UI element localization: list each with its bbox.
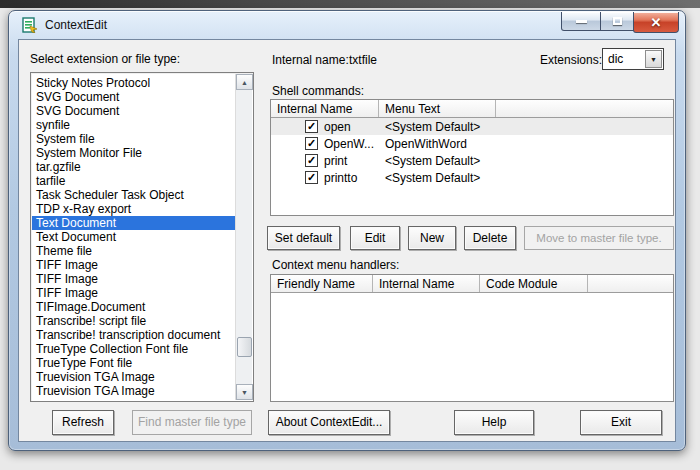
list-item[interactable]: TIFF Image <box>32 258 235 272</box>
column-header[interactable]: Friendly Name <box>271 275 373 292</box>
edit-button[interactable]: Edit <box>350 226 400 250</box>
help-button[interactable]: Help <box>454 410 534 435</box>
list-item[interactable]: synfile <box>32 118 235 132</box>
close-button[interactable]: ✕ <box>633 12 679 33</box>
set-default-button[interactable]: Set default <box>267 226 340 250</box>
checkbox[interactable]: ✓ <box>305 154 318 167</box>
command-menu-text: <System Default> <box>385 154 480 168</box>
column-header[interactable]: Internal Name <box>271 100 379 117</box>
command-internal-name: printto <box>324 171 380 185</box>
listbox-scrollbar[interactable]: ▲ ▼ <box>235 74 252 400</box>
list-item[interactable]: Text Document <box>32 216 235 230</box>
list-item[interactable]: TrueType Font file <box>32 356 235 370</box>
delete-button[interactable]: Delete <box>464 226 516 250</box>
list-item[interactable]: TIFF Image <box>32 286 235 300</box>
list-item[interactable]: System file <box>32 132 235 146</box>
list-item[interactable]: TIFImage.Document <box>32 300 235 314</box>
column-header[interactable]: Menu Text <box>379 100 496 117</box>
maximize-icon <box>613 17 622 25</box>
extensions-label: Extensions: <box>540 53 602 67</box>
list-item[interactable]: Sticky Notes Protocol <box>32 76 235 90</box>
shell-commands-header: Internal NameMenu Text <box>271 100 673 118</box>
handlers-header: Friendly NameInternal NameCode Module <box>271 275 673 293</box>
scrollbar-thumb[interactable] <box>237 337 252 357</box>
scroll-up-icon[interactable]: ▲ <box>236 74 253 90</box>
list-item[interactable]: Transcribe! script file <box>32 314 235 328</box>
list-item[interactable]: TrueType Collection Font file <box>32 342 235 356</box>
list-item[interactable]: TDP x-Ray export <box>32 202 235 216</box>
checkbox[interactable]: ✓ <box>305 137 318 150</box>
extension-listbox[interactable]: Sticky Notes ProtocolSVG DocumentSVG Doc… <box>30 72 254 402</box>
command-internal-name: OpenW... <box>324 137 380 151</box>
select-extension-label: Select extension or file type: <box>30 52 180 66</box>
background-strip <box>0 0 700 8</box>
checkbox[interactable]: ✓ <box>305 120 318 133</box>
list-item[interactable]: SVG Document <box>32 104 235 118</box>
shell-command-row[interactable]: ✓open<System Default> <box>271 118 673 135</box>
list-item[interactable]: Theme file <box>32 244 235 258</box>
command-menu-text: OpenWithWord <box>385 137 467 151</box>
window-controls: ✕ <box>562 12 679 33</box>
shell-commands-body: ✓open<System Default>✓OpenW...OpenWithWo… <box>271 118 673 186</box>
list-item[interactable]: Truevision TGA Image <box>32 370 235 384</box>
window-title: ContextEdit <box>45 18 107 32</box>
internal-name-value: txtfile <box>349 53 377 67</box>
column-header[interactable]: Code Module <box>480 275 588 292</box>
find-master-file-type-button: Find master file type <box>132 410 252 435</box>
list-item[interactable]: System Monitor File <box>32 146 235 160</box>
list-item[interactable]: TIFF Image <box>32 272 235 286</box>
checkbox[interactable]: ✓ <box>305 171 318 184</box>
minimize-button[interactable] <box>561 12 601 31</box>
shell-command-row[interactable]: ✓printto<System Default> <box>271 169 673 186</box>
maximize-button[interactable] <box>600 12 634 31</box>
about-contextedit-button[interactable]: About ContextEdit... <box>268 410 390 435</box>
refresh-button[interactable]: Refresh <box>52 410 114 435</box>
column-header-filler <box>496 100 673 117</box>
command-internal-name: open <box>324 120 380 134</box>
list-item[interactable]: Text Document <box>32 230 235 244</box>
extension-list-items: Sticky Notes ProtocolSVG DocumentSVG Doc… <box>32 74 235 400</box>
command-menu-text: <System Default> <box>385 120 480 134</box>
contextedit-window: ContextEdit ✕ Select extension or file t… <box>8 10 686 451</box>
close-icon: ✕ <box>651 16 662 29</box>
column-header-filler <box>588 275 673 292</box>
list-item[interactable]: Truevision TGA Image <box>32 384 235 398</box>
column-header[interactable]: Internal Name <box>373 275 480 292</box>
command-menu-text: <System Default> <box>385 171 480 185</box>
client-area: Select extension or file type: Sticky No… <box>18 39 676 442</box>
exit-button[interactable]: Exit <box>580 410 662 435</box>
handlers-listview[interactable]: Friendly NameInternal NameCode Module <box>270 274 674 402</box>
move-to-master-button: Move to master file type. <box>524 226 674 250</box>
minimize-icon <box>576 20 587 23</box>
shell-command-row[interactable]: ✓print<System Default> <box>271 152 673 169</box>
list-item[interactable]: Task Scheduler Task Object <box>32 188 235 202</box>
app-icon <box>22 17 38 33</box>
scroll-down-icon[interactable]: ▼ <box>236 384 253 400</box>
shell-commands-listview[interactable]: Internal NameMenu Text ✓open<System Defa… <box>270 99 674 216</box>
list-item[interactable]: tar.gzfile <box>32 160 235 174</box>
extensions-combobox[interactable]: dic ▼ <box>602 48 664 70</box>
list-item[interactable]: tarfile <box>32 174 235 188</box>
list-item[interactable]: Transcribe! transcription document <box>32 328 235 342</box>
shell-commands-label: Shell commands: <box>272 84 364 98</box>
context-menu-handlers-label: Context menu handlers: <box>272 258 399 272</box>
extensions-value: dic <box>608 52 623 66</box>
command-internal-name: print <box>324 154 380 168</box>
new-button[interactable]: New <box>408 226 456 250</box>
shell-command-row[interactable]: ✓OpenW...OpenWithWord <box>271 135 673 152</box>
chevron-down-icon[interactable]: ▼ <box>645 50 662 68</box>
list-item[interactable]: SVG Document <box>32 90 235 104</box>
internal-name-label: Internal name: <box>272 53 349 67</box>
